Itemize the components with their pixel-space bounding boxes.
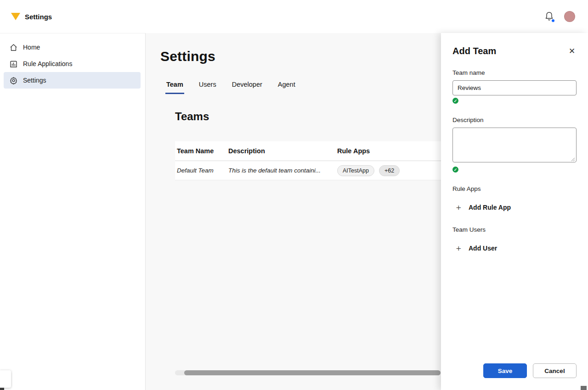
add-team-drawer: Add Team ✕ Team name ✓ Description ✓ Rul… xyxy=(441,33,588,390)
scrollbar-corner-left xyxy=(0,388,4,390)
horizontal-scrollbar-thumb[interactable] xyxy=(184,370,441,375)
team-name-label: Team name xyxy=(452,69,577,76)
description-textarea[interactable] xyxy=(452,128,577,162)
team-name-valid-icon: ✓ xyxy=(452,98,458,104)
tab-users[interactable]: Users xyxy=(198,77,217,94)
add-user-label: Add User xyxy=(469,245,497,252)
gear-icon xyxy=(9,76,17,84)
column-header-team-name: Team Name xyxy=(176,147,227,155)
rule-app-count-chip: +62 xyxy=(379,165,400,176)
bar-chart-icon xyxy=(9,60,17,68)
add-rule-app-button[interactable]: ＋ Add Rule App xyxy=(453,201,577,213)
app-title: Settings xyxy=(25,13,52,21)
scrollbar-corner-right xyxy=(581,386,587,390)
plus-icon: ＋ xyxy=(454,244,463,252)
cell-team-name: Default Team xyxy=(176,167,227,174)
rule-apps-label: Rule Apps xyxy=(452,185,577,192)
brand: Settings xyxy=(11,13,52,21)
description-valid-icon: ✓ xyxy=(452,167,458,173)
sidebar: Home Rule Applications Settings xyxy=(0,33,146,390)
topbar: Settings xyxy=(0,0,588,33)
tab-team[interactable]: Team xyxy=(165,77,184,94)
rule-app-chip: AITestApp xyxy=(337,165,374,176)
sidebar-item-rule-applications[interactable]: Rule Applications xyxy=(4,56,141,72)
cancel-button[interactable]: Cancel xyxy=(533,363,577,378)
avatar[interactable] xyxy=(564,11,575,22)
description-label: Description xyxy=(452,117,577,123)
page-corner-widget xyxy=(0,370,11,388)
add-rule-app-label: Add Rule App xyxy=(469,204,511,211)
tab-developer[interactable]: Developer xyxy=(231,77,263,94)
drawer-title: Add Team xyxy=(452,46,496,56)
sidebar-item-label: Home xyxy=(23,44,40,51)
team-name-input[interactable] xyxy=(452,80,577,95)
sidebar-item-label: Settings xyxy=(23,77,46,84)
horizontal-scrollbar-track[interactable] xyxy=(175,370,441,375)
sidebar-item-settings[interactable]: Settings xyxy=(4,72,141,89)
add-user-button[interactable]: ＋ Add User xyxy=(453,242,577,254)
column-header-description: Description xyxy=(227,147,336,155)
plus-icon: ＋ xyxy=(454,203,463,212)
home-icon xyxy=(9,43,17,51)
save-button[interactable]: Save xyxy=(483,363,527,378)
notifications-button[interactable] xyxy=(545,11,554,22)
close-icon[interactable]: ✕ xyxy=(567,47,577,56)
sidebar-item-label: Rule Applications xyxy=(23,60,72,67)
sidebar-item-home[interactable]: Home xyxy=(4,39,141,56)
notification-dot xyxy=(551,19,555,22)
tab-agent[interactable]: Agent xyxy=(277,77,296,94)
team-users-label: Team Users xyxy=(452,226,577,233)
brand-logo-icon xyxy=(11,13,20,20)
cell-description: This is the default team containi... xyxy=(227,167,336,174)
